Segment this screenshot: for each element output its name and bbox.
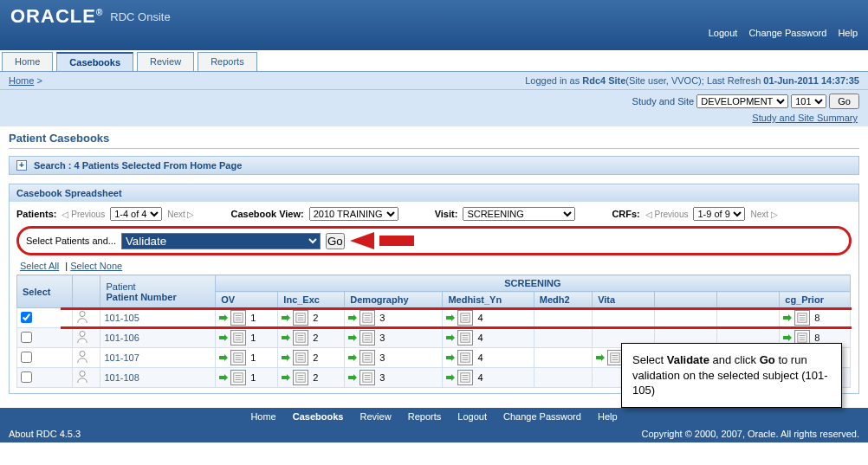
tab-casebooks[interactable]: Casebooks — [56, 52, 133, 71]
crf-cell[interactable]: 1 — [216, 368, 278, 388]
crf-cell[interactable] — [534, 308, 592, 328]
crf-cell[interactable] — [717, 308, 780, 328]
instruction-callout: Select Validate and click Go to run vali… — [621, 343, 842, 408]
crf-cell[interactable]: 2 — [278, 368, 345, 388]
patients-range-select[interactable]: 1-4 of 4 — [110, 207, 162, 221]
crf-cell[interactable]: 2 — [278, 308, 345, 328]
footer-logout[interactable]: Logout — [457, 411, 487, 422]
tab-reports[interactable]: Reports — [198, 52, 257, 71]
row-checkbox[interactable] — [21, 312, 32, 323]
action-go-button[interactable]: Go — [326, 233, 345, 249]
row-checkbox[interactable] — [21, 371, 32, 383]
col-inc-exc: Inc_Exc — [278, 292, 345, 308]
select-patients-label: Select Patients and... — [26, 236, 116, 246]
study-select[interactable]: DEVELOPMENT — [696, 94, 788, 108]
crf-cell[interactable]: 2 — [278, 348, 345, 368]
patient-number-cell[interactable]: 101-105 — [100, 308, 216, 328]
patient-icon — [76, 330, 88, 344]
row-checkbox[interactable] — [21, 332, 32, 343]
svg-point-42 — [80, 351, 85, 356]
patient-icon — [76, 370, 88, 384]
crf-cell[interactable]: 1 — [216, 348, 278, 368]
footer-nav: Home Casebooks Review Reports Logout Cha… — [0, 408, 868, 425]
crf-cell[interactable]: 4 — [443, 368, 534, 388]
study-site-summary-link[interactable]: Study and Site Summary — [752, 113, 858, 123]
col-cg-prior: cg_Prior — [780, 292, 850, 308]
study-site-row: Study and Site DEVELOPMENT 101 Go — [0, 90, 868, 113]
expand-icon[interactable]: + — [16, 160, 27, 171]
change-password-link[interactable]: Change Password — [748, 28, 826, 38]
col-medh2: Medh2 — [534, 292, 592, 308]
tab-review[interactable]: Review — [137, 52, 194, 71]
visit-select[interactable]: SCREENING — [463, 207, 575, 221]
casebook-view-select[interactable]: 2010 TRAINING — [309, 207, 398, 221]
patients-label: Patients: — [16, 209, 56, 219]
patient-number-cell[interactable]: 101-108 — [100, 368, 216, 388]
copyright-text: Copyright © 2000, 2007, Oracle. All righ… — [642, 429, 859, 439]
crf-cell[interactable]: 4 — [443, 328, 534, 348]
footer-home[interactable]: Home — [250, 411, 275, 422]
col-medhist-yn: Medhist_Yn — [443, 292, 534, 308]
crf-cell[interactable] — [593, 308, 655, 328]
patients-previous[interactable]: ◁ Previous — [62, 210, 105, 219]
crf-cell[interactable]: 4 — [443, 308, 534, 328]
breadcrumb-home[interactable]: Home — [9, 75, 34, 86]
crfs-previous[interactable]: ◁ Previous — [645, 210, 689, 219]
casebook-view-label: Casebook View: — [231, 209, 304, 219]
select-none-link[interactable]: Select None — [70, 261, 122, 271]
oracle-logo: ORACLE® — [10, 5, 103, 28]
crf-cell[interactable] — [534, 328, 592, 348]
footer-change-password[interactable]: Change Password — [503, 411, 581, 422]
crf-cell[interactable]: 1 — [216, 308, 278, 328]
study-go-button[interactable]: Go — [829, 94, 859, 109]
patient-number-cell[interactable]: 101-107 — [100, 348, 216, 368]
footer-help[interactable]: Help — [598, 411, 618, 422]
crf-cell[interactable]: 2 — [278, 328, 345, 348]
app-header: ORACLE® RDC Onsite Logout Change Passwor… — [0, 0, 868, 50]
breadcrumb-bar: Home > Logged in as Rdc4 Site(Site user,… — [0, 72, 868, 90]
crf-cell[interactable]: 8 — [780, 308, 850, 328]
logout-link[interactable]: Logout — [709, 28, 738, 38]
login-info: Logged in as Rdc4 Site(Site user, VVOC);… — [525, 75, 859, 86]
crf-cell[interactable] — [655, 308, 717, 328]
crf-cell[interactable]: 3 — [345, 328, 443, 348]
patients-next[interactable]: Next ▷ — [167, 210, 194, 219]
crfs-next[interactable]: Next ▷ — [750, 210, 777, 219]
help-link[interactable]: Help — [838, 28, 858, 38]
col-8 — [717, 292, 780, 308]
select-links: Select All | Select None — [20, 261, 852, 271]
col-select: Select — [17, 275, 73, 308]
content-area: Patient Casebooks + Search : 4 Patients … — [0, 126, 868, 408]
about-text: About RDC 4.5.3 — [9, 429, 81, 439]
arrow-left-icon — [350, 232, 374, 249]
crf-cell[interactable] — [534, 368, 592, 388]
select-all-link[interactable]: Select All — [20, 261, 59, 271]
action-select[interactable]: Validate — [121, 233, 321, 249]
crf-cell[interactable]: 4 — [443, 348, 534, 368]
footer-bar: About RDC 4.5.3 Copyright © 2000, 2007, … — [0, 425, 868, 442]
site-select[interactable]: 101 — [791, 94, 826, 108]
crf-cell[interactable]: 3 — [345, 308, 443, 328]
row-checkbox[interactable] — [21, 352, 32, 363]
crf-cell[interactable] — [534, 348, 592, 368]
main-tabs: Home Casebooks Review Reports — [0, 50, 868, 72]
col-7 — [655, 292, 717, 308]
footer-casebooks[interactable]: Casebooks — [293, 411, 344, 422]
footer-reports[interactable]: Reports — [408, 411, 442, 422]
footer-review[interactable]: Review — [360, 411, 392, 422]
patient-number-cell[interactable]: 101-106 — [100, 328, 216, 348]
crfs-range-select[interactable]: 1-9 of 9 — [693, 207, 745, 221]
patient-icon — [76, 310, 88, 324]
tab-home[interactable]: Home — [2, 52, 53, 71]
crf-cell[interactable]: 3 — [345, 368, 443, 388]
search-panel-title: Search : 4 Patients Selected From Home P… — [34, 160, 242, 171]
svg-point-75 — [80, 371, 85, 376]
crf-cell[interactable]: 1 — [216, 328, 278, 348]
svg-point-0 — [80, 311, 85, 316]
col-ov: OV — [216, 292, 278, 308]
col-demography: Demography — [345, 292, 443, 308]
visit-label: Visit: — [435, 209, 458, 219]
col-patient-number: PatientPatient Number — [100, 275, 216, 308]
svg-point-21 — [80, 331, 85, 336]
crf-cell[interactable]: 3 — [345, 348, 443, 368]
